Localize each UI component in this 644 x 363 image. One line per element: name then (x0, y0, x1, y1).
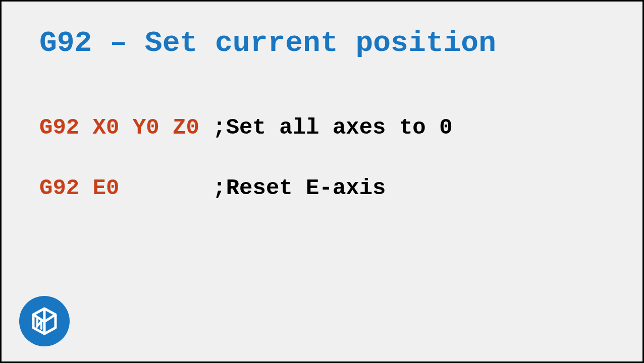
gcode-comment: ;Reset E-axis (212, 175, 386, 201)
gcode-command: G92 E0 (39, 175, 212, 201)
code-line-1: G92 X0 Y0 Z0 ;Set all axes to 0 (39, 115, 605, 140)
gcode-command: G92 X0 Y0 Z0 (39, 115, 212, 140)
slide-title: G92 – Set current position (39, 27, 605, 59)
slide: G92 – Set current position G92 X0 Y0 Z0 … (0, 0, 644, 363)
code-line-2: G92 E0 ;Reset E-axis (39, 175, 605, 201)
gcode-comment: ;Set all axes to 0 (212, 115, 452, 140)
brand-logo (19, 296, 70, 346)
cube-icon (29, 306, 60, 336)
logo-circle (19, 296, 70, 346)
